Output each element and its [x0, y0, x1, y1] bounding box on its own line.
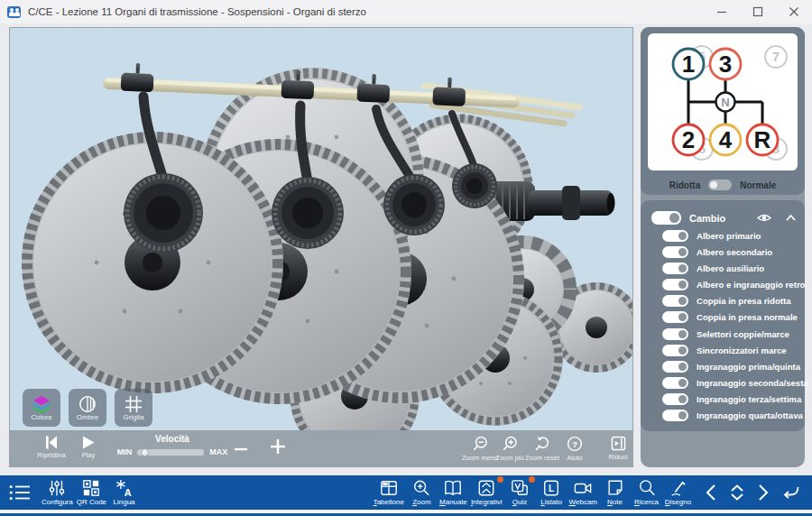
video-camera-icon: [574, 479, 592, 497]
title-bar: C/CE - Lezione 11 Organi di trasmissione…: [0, 0, 812, 24]
toolbar-item-note[interactable]: Note: [599, 479, 631, 506]
3d-viewport[interactable]: Colore Ombre Griglia: [9, 27, 633, 431]
toolbar-item-quiz[interactable]: Quiz: [504, 479, 536, 506]
notification-badge: [529, 476, 535, 483]
toggle-switch[interactable]: [662, 345, 688, 356]
toggle-switch[interactable]: [662, 328, 688, 340]
window-title: C/CE - Lezione 11 Organi di trasmissione…: [28, 6, 366, 17]
media-stack-icon: [477, 479, 495, 497]
play-icon: [82, 436, 95, 449]
layer-row-albero-secondario[interactable]: Albero secondario: [651, 244, 796, 260]
speed-slider[interactable]: [137, 449, 204, 456]
note-icon: [606, 479, 624, 497]
speed-control: Velocità MIN MAX: [110, 434, 235, 456]
minus-icon: [233, 443, 249, 456]
toolbar-item-listato[interactable]: L Listato: [536, 479, 567, 506]
restore-button[interactable]: Ripristina: [31, 436, 72, 458]
collapse-panel-button[interactable]: Riduci: [597, 436, 639, 460]
range-toggle[interactable]: [708, 180, 732, 190]
app-icon: [7, 6, 21, 18]
layer-row-albero-ausiliario[interactable]: Albero ausiliario: [651, 260, 796, 276]
cambio-toggle[interactable]: [651, 211, 681, 225]
zoom-reset-icon: [534, 436, 550, 452]
reduced-label: Ridotta: [669, 180, 700, 190]
lesson-list-button[interactable]: [729, 484, 745, 502]
plus-icon: [269, 438, 287, 456]
toggle-switch[interactable]: [662, 246, 688, 258]
layer-row-coppia-normale[interactable]: Coppia in presa normale: [651, 309, 796, 326]
svg-text:3: 3: [719, 51, 732, 78]
toolbar-item-disegno[interactable]: Disegno: [662, 479, 694, 506]
layer-row-sincronizzatori[interactable]: Sincronizzatori marce: [651, 342, 796, 358]
layer-row-coppia-ridotta[interactable]: Coppia in presa ridotta: [651, 293, 796, 309]
close-button[interactable]: [776, 0, 812, 23]
play-button[interactable]: Play: [68, 436, 109, 458]
svg-text:N: N: [721, 96, 729, 109]
help-button[interactable]: ? Aiuto: [554, 436, 595, 461]
help-icon: ?: [567, 436, 583, 452]
color-button[interactable]: Colore: [23, 389, 60, 427]
toolbar-item-lingua[interactable]: A Lingua: [108, 479, 140, 506]
search-icon: [638, 479, 656, 497]
layer-row-seconda-sesta[interactable]: Ingranaggio seconda/sesta: [651, 374, 796, 391]
gear-selector-panel: 5 7 6 8: [641, 27, 805, 195]
gear-shift-diagram: 5 7 6 8: [648, 33, 798, 170]
minimize-button[interactable]: [704, 0, 740, 23]
toggle-switch[interactable]: [662, 377, 688, 389]
toggle-switch[interactable]: [662, 311, 688, 323]
toolbar-item-webcam[interactable]: Webcam: [567, 479, 599, 506]
gearbox-3d-model: [10, 28, 632, 430]
size-decrease-button[interactable]: [233, 443, 249, 456]
toolbar-item-integrativi[interactable]: Integrativi: [469, 479, 504, 506]
layers-panel: Cambio Albero primario Albero secondario…: [641, 200, 805, 431]
chevron-right-icon: [757, 484, 770, 502]
layer-row-prima-quinta[interactable]: Ingranaggio prima/quinta: [651, 358, 796, 374]
layer-row-terza-settima[interactable]: Ingranaggio terza/settima: [651, 392, 796, 408]
right-panel: 5 7 6 8: [641, 27, 805, 467]
toggle-switch[interactable]: [662, 279, 688, 290]
layer-row-albero-primario[interactable]: Albero primario: [651, 227, 796, 244]
chevron-up-icon[interactable]: [786, 215, 796, 221]
workspace: Colore Ombre Griglia: [0, 23, 812, 475]
sliders-icon: [48, 479, 66, 497]
bottom-toolbar: Configura QR Code A Lingua Tabellone: [0, 475, 812, 510]
eye-icon[interactable]: [757, 213, 771, 223]
chevrons-up-down-icon: [729, 484, 745, 502]
svg-text:A: A: [124, 487, 131, 498]
toolbar-item-zoom[interactable]: Zoom: [406, 479, 438, 506]
layers-header: Cambio: [651, 208, 796, 227]
toggle-switch[interactable]: [662, 230, 688, 242]
shading-icon: [78, 395, 97, 413]
svg-text:2: 2: [682, 126, 695, 153]
toggle-switch[interactable]: [662, 393, 688, 405]
layer-row-selettori[interactable]: Selettori coppie/marce: [651, 326, 796, 342]
collapse-icon: [611, 436, 626, 451]
shadows-button[interactable]: Ombre: [69, 389, 106, 427]
toggle-switch[interactable]: [662, 410, 688, 421]
back-button[interactable]: [781, 484, 799, 501]
size-increase-button[interactable]: [269, 438, 287, 456]
grid-button[interactable]: Griglia: [115, 389, 152, 427]
toolbar-item-qr-code[interactable]: QR Code: [75, 479, 108, 506]
layers-color-icon: [32, 395, 51, 413]
menu-button[interactable]: [9, 484, 31, 502]
playback-bar: Ripristina Play Velocità MIN MAX: [9, 431, 633, 467]
book-icon: [444, 479, 462, 497]
layer-row-quarta-ottava[interactable]: Ingranaggio quarta/ottava: [651, 408, 796, 424]
toolbar-item-manuale[interactable]: Manuale: [438, 479, 469, 506]
toggle-switch[interactable]: [662, 263, 688, 274]
maximize-button[interactable]: [740, 0, 776, 23]
toolbar-item-configura[interactable]: Configura: [40, 479, 75, 506]
layer-row-albero-ingranaggio-retro[interactable]: Albero e ingranaggio retro: [651, 277, 796, 293]
svg-text:4: 4: [719, 126, 733, 153]
translate-icon: A: [115, 479, 134, 497]
chevron-left-icon: [705, 484, 717, 502]
toolbar-item-tabellone[interactable]: Tabellone: [372, 479, 406, 506]
toggle-switch[interactable]: [662, 361, 688, 373]
toolbar-item-ricerca[interactable]: Ricerca: [631, 479, 662, 506]
svg-text:R: R: [754, 126, 771, 153]
toggle-switch[interactable]: [662, 295, 688, 307]
next-button[interactable]: [757, 484, 770, 502]
previous-button[interactable]: [705, 484, 717, 502]
zoom-out-icon: [472, 436, 488, 452]
